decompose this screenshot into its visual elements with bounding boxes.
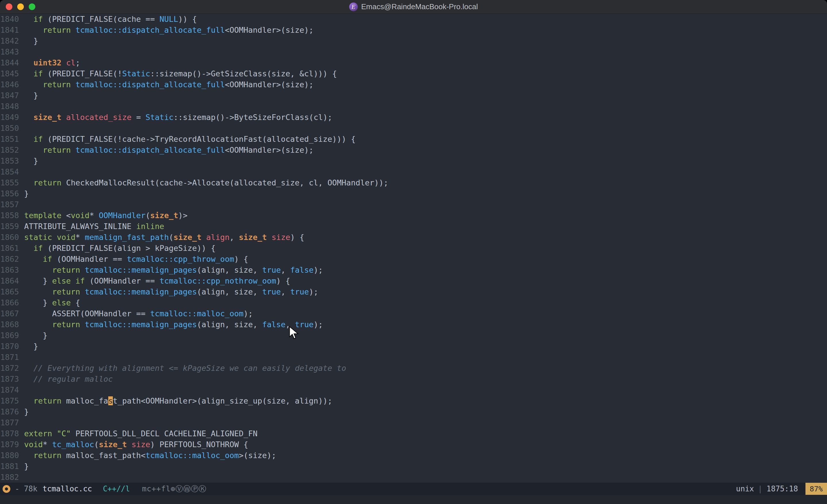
code-line[interactable]: 1847 } <box>0 90 827 101</box>
code-line[interactable]: 1849 size_t allocated_size = Static::siz… <box>0 112 827 123</box>
code-text[interactable]: } <box>24 330 47 341</box>
code-token: >(size); <box>239 451 276 460</box>
code-line[interactable]: 1840 if (PREDICT_FALSE(cache == NULL)) { <box>0 14 827 25</box>
code-line[interactable]: 1851 if (PREDICT_FALSE(!cache->TryRecord… <box>0 134 827 145</box>
code-token: malloc_fa <box>61 396 108 405</box>
code-line[interactable]: 1856} <box>0 188 827 199</box>
code-line[interactable]: 1877 <box>0 417 827 428</box>
code-text[interactable]: return tcmalloc::memalign_pages(align, s… <box>24 265 323 275</box>
code-line[interactable]: 1879void* tc_malloc(size_t size) PERFTOO… <box>0 439 827 450</box>
code-line[interactable]: 1863 return tcmalloc::memalign_pages(ali… <box>0 265 827 275</box>
code-line[interactable]: 1844 uint32 cl; <box>0 57 827 68</box>
code-text[interactable]: } else { <box>24 297 80 308</box>
code-text[interactable]: return malloc_fast_path<OOMHandler>(alig… <box>24 396 332 406</box>
code-text[interactable]: } <box>24 90 38 101</box>
code-line[interactable]: 1866 } else { <box>0 297 827 308</box>
code-text[interactable]: template <void* OOMHandler(size_t)> <box>24 210 188 221</box>
code-text[interactable]: ATTRIBUTE_ALWAYS_INLINE inline <box>24 221 164 232</box>
code-text[interactable]: return malloc_fast_path<tcmalloc::malloc… <box>24 450 276 461</box>
code-token: size_t <box>34 113 62 122</box>
code-line[interactable]: 1846 return tcmalloc::dispatch_allocate_… <box>0 79 827 90</box>
code-line[interactable]: 1864 } else if (OOMHandler == tcmalloc::… <box>0 275 827 287</box>
code-token: return <box>43 80 71 89</box>
code-line[interactable]: 1850 <box>0 123 827 134</box>
code-line[interactable]: 1868 return tcmalloc::memalign_pages(ali… <box>0 319 827 330</box>
code-text[interactable]: extern "C" PERFTOOLS_DLL_DECL CACHELINE_… <box>24 428 257 439</box>
code-text[interactable]: return tcmalloc::dispatch_allocate_full<… <box>24 25 313 36</box>
code-line[interactable]: 1880 return malloc_fast_path<tcmalloc::m… <box>0 450 827 461</box>
code-line[interactable]: 1857 <box>0 199 827 210</box>
code-line[interactable]: 1843 <box>0 47 827 57</box>
code-line[interactable]: 1867 ASSERT(OOMHandler == tcmalloc::mall… <box>0 308 827 319</box>
code-text[interactable]: } <box>24 341 38 352</box>
code-token: else <box>52 276 71 285</box>
code-text[interactable]: if (PREDICT_FALSE(align > kPageSize)) { <box>24 243 215 254</box>
mouse-cursor <box>289 326 299 340</box>
code-text[interactable]: } <box>24 156 38 166</box>
code-line[interactable]: 1854 <box>0 166 827 178</box>
code-text[interactable]: return tcmalloc::memalign_pages(align, s… <box>24 287 318 297</box>
major-mode[interactable]: C++//l <box>103 485 130 493</box>
code-line[interactable]: 1861 if (PREDICT_FALSE(align > kPageSize… <box>0 243 827 254</box>
code-token: = <box>132 113 146 122</box>
code-line[interactable]: 1848 <box>0 101 827 112</box>
code-text[interactable]: ASSERT(OOMHandler == tcmalloc::malloc_oo… <box>24 308 253 319</box>
minimize-button[interactable] <box>17 3 24 10</box>
code-line[interactable]: 1874 <box>0 385 827 396</box>
code-token: <OOMHandler>(size); <box>225 146 313 154</box>
code-area[interactable]: 1840 if (PREDICT_FALSE(cache == NULL)) {… <box>0 14 827 483</box>
code-text[interactable]: if (PREDICT_FALSE(!Static::sizemap()->Ge… <box>24 68 337 79</box>
code-token: } <box>24 189 29 198</box>
close-button[interactable] <box>6 3 12 10</box>
code-line[interactable]: 1873 // regular malloc <box>0 374 827 385</box>
code-line[interactable]: 1862 if (OOMHandler == tcmalloc::cpp_thr… <box>0 254 827 265</box>
code-text[interactable]: } <box>24 406 29 417</box>
code-text[interactable]: if (OOMHandler == tcmalloc::cpp_throw_oo… <box>24 254 248 265</box>
code-text[interactable]: } <box>24 461 29 472</box>
code-text[interactable]: return CheckedMallocResult(cache->Alloca… <box>24 178 388 188</box>
code-line[interactable]: 1872 // Everything with alignment <= kPa… <box>0 363 827 374</box>
code-line[interactable]: 1852 return tcmalloc::dispatch_allocate_… <box>0 145 827 156</box>
code-line[interactable]: 1860static void* memalign_fast_path(size… <box>0 232 827 243</box>
minor-modes[interactable]: mc++fl⊕ⓋⓌⓅⓀ <box>142 484 206 494</box>
code-token: PERFTOOLS_DLL_DECL CACHELINE_ALIGNED_FN <box>71 429 257 438</box>
code-text[interactable]: return tcmalloc::dispatch_allocate_full<… <box>24 145 313 156</box>
code-line[interactable]: 1845 if (PREDICT_FALSE(!Static::sizemap(… <box>0 68 827 79</box>
code-line[interactable]: 1875 return malloc_fast_path<OOMHandler>… <box>0 396 827 406</box>
code-text[interactable]: uint32 cl; <box>24 57 80 68</box>
code-line[interactable]: 1853 } <box>0 156 827 166</box>
buffer-name[interactable]: tcmalloc.cc <box>43 485 92 493</box>
buffer-modified-icon <box>3 485 10 493</box>
code-line[interactable]: 1882 <box>0 472 827 483</box>
code-text[interactable]: static void* memalign_fast_path(size_t a… <box>24 232 304 243</box>
code-text[interactable]: if (PREDICT_FALSE(cache == NULL)) { <box>24 14 197 25</box>
code-text[interactable]: // Everything with alignment <= kPageSiz… <box>24 363 346 374</box>
code-text[interactable]: } <box>24 36 38 47</box>
code-line[interactable]: 1858template <void* OOMHandler(size_t)> <box>0 210 827 221</box>
code-line[interactable]: 1881} <box>0 461 827 472</box>
zoom-button[interactable] <box>29 3 35 10</box>
code-line[interactable]: 1876} <box>0 406 827 417</box>
code-line[interactable]: 1871 <box>0 352 827 363</box>
code-line[interactable]: 1855 return CheckedMallocResult(cache->A… <box>0 178 827 188</box>
code-text[interactable]: } <box>24 188 29 199</box>
code-line[interactable]: 1865 return tcmalloc::memalign_pages(ali… <box>0 287 827 297</box>
code-line[interactable]: 1870 } <box>0 341 827 352</box>
code-text[interactable]: size_t allocated_size = Static::sizemap(… <box>24 112 332 123</box>
code-line[interactable]: 1859ATTRIBUTE_ALWAYS_INLINE inline <box>0 221 827 232</box>
code-text[interactable]: if (PREDICT_FALSE(!cache->TryRecordAlloc… <box>24 134 355 145</box>
code-text[interactable]: return tcmalloc::memalign_pages(align, s… <box>24 319 323 330</box>
code-line[interactable]: 1878extern "C" PERFTOOLS_DLL_DECL CACHEL… <box>0 428 827 439</box>
cursor-position[interactable]: 1875:18 <box>766 485 798 493</box>
code-text[interactable]: } else if (OOMHandler == tcmalloc::cpp_n… <box>24 275 290 287</box>
code-token: if <box>34 69 43 78</box>
code-line[interactable]: 1841 return tcmalloc::dispatch_allocate_… <box>0 25 827 36</box>
line-number: 1850 <box>0 123 19 134</box>
eol-indicator[interactable]: unix <box>736 485 754 493</box>
code-token <box>24 113 34 122</box>
code-text[interactable]: return tcmalloc::dispatch_allocate_full<… <box>24 79 313 90</box>
code-line[interactable]: 1869 } <box>0 330 827 341</box>
code-text[interactable]: // regular malloc <box>24 374 113 385</box>
code-line[interactable]: 1842 } <box>0 36 827 47</box>
code-text[interactable]: void* tc_malloc(size_t size) PERFTOOLS_N… <box>24 439 248 450</box>
